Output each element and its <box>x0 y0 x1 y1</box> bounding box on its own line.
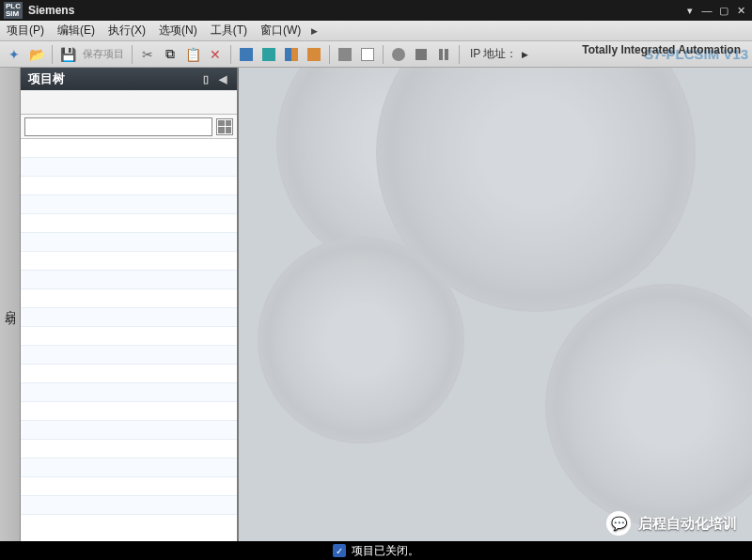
list-item <box>21 496 237 515</box>
list-item <box>21 271 237 289</box>
tree-header: 项目树 ▯ ◀ <box>21 68 237 90</box>
menu-window[interactable]: 窗口(W) <box>254 23 307 39</box>
list-item <box>21 477 237 496</box>
tree-filter-bar <box>21 115 237 139</box>
list-item <box>21 139 237 158</box>
menu-overflow-icon[interactable]: ▶ <box>307 26 321 36</box>
delete-button[interactable]: ✕ <box>205 44 226 65</box>
app-title: Siemens <box>28 4 682 17</box>
save-project-label: 保存项目 <box>80 47 127 61</box>
tree-list[interactable] <box>21 139 237 541</box>
menu-edit[interactable]: 编辑(E) <box>51 23 102 39</box>
tree-toolbar <box>21 90 237 115</box>
tree-title: 项目树 <box>28 70 65 87</box>
list-item <box>21 459 237 477</box>
copy-button[interactable]: ⧉ <box>160 44 180 65</box>
menu-options[interactable]: 选项(N) <box>152 23 204 39</box>
titlebar[interactable]: PLCSIM Siemens ▾ — ▢ ✕ <box>0 0 752 21</box>
maximize-button[interactable]: ▢ <box>716 4 731 17</box>
menu-execute[interactable]: 执行(X) <box>102 23 152 39</box>
list-item <box>21 440 237 459</box>
menu-tools[interactable]: 工具(T) <box>204 23 254 39</box>
list-item <box>21 308 237 327</box>
project-tree-panel: 项目树 ▯ ◀ <box>21 68 239 541</box>
minimize-button[interactable]: — <box>699 4 714 17</box>
list-item <box>21 346 237 365</box>
status-check-icon: ✓ <box>333 544 346 557</box>
save-button[interactable]: 💾 <box>57 44 78 65</box>
list-item <box>21 383 237 402</box>
tree-view-mode-icon[interactable] <box>216 118 233 135</box>
ip-dropdown-icon[interactable]: ▶ <box>519 50 531 59</box>
open-project-button[interactable]: 📂 <box>26 44 47 65</box>
layout-btn-3[interactable] <box>281 44 302 65</box>
paste-button[interactable]: 📋 <box>182 44 203 65</box>
list-item <box>21 365 237 383</box>
down-arrow-icon[interactable]: ▾ <box>682 4 697 17</box>
close-button[interactable]: ✕ <box>733 4 748 17</box>
workspace <box>239 68 752 541</box>
app-logo: PLCSIM <box>4 2 23 19</box>
layout-btn-4[interactable] <box>304 44 324 65</box>
tree-pin-icon[interactable]: ▯ <box>199 72 212 86</box>
cut-button[interactable]: ✂ <box>137 44 158 65</box>
statusbar: ✓ 项目已关闭。 <box>0 541 752 560</box>
list-item <box>21 327 237 346</box>
view-btn-1[interactable] <box>335 44 355 65</box>
status-text: 项目已关闭。 <box>352 543 419 559</box>
list-item <box>21 421 237 440</box>
view-btn-2[interactable] <box>357 44 378 65</box>
list-item <box>21 402 237 421</box>
list-item <box>21 252 237 271</box>
side-tab-start[interactable]: 启动 <box>0 68 21 541</box>
ip-address-label: IP 地址： <box>470 46 517 62</box>
tree-filter-input[interactable] <box>24 117 212 136</box>
new-project-button[interactable]: ✦ <box>4 44 24 65</box>
tree-collapse-icon[interactable]: ◀ <box>216 72 229 86</box>
list-item <box>21 289 237 308</box>
list-item <box>21 233 237 252</box>
stop-button[interactable] <box>411 44 431 65</box>
menu-project[interactable]: 项目(P) <box>0 23 51 39</box>
record-button[interactable] <box>388 44 409 65</box>
menubar: 项目(P) 编辑(E) 执行(X) 选项(N) 工具(T) 窗口(W) ▶ To… <box>0 21 752 41</box>
list-item <box>21 214 237 233</box>
layout-btn-1[interactable] <box>236 44 257 65</box>
list-item <box>21 158 237 177</box>
pause-button[interactable] <box>433 44 454 65</box>
list-item <box>21 195 237 214</box>
brand-top: Totally Integrated Automation <box>582 43 741 56</box>
content-area: 启动 项目树 ▯ ◀ <box>0 68 752 541</box>
layout-btn-2[interactable] <box>258 44 279 65</box>
side-tab-label: 启动 <box>2 301 18 308</box>
list-item <box>21 177 237 195</box>
